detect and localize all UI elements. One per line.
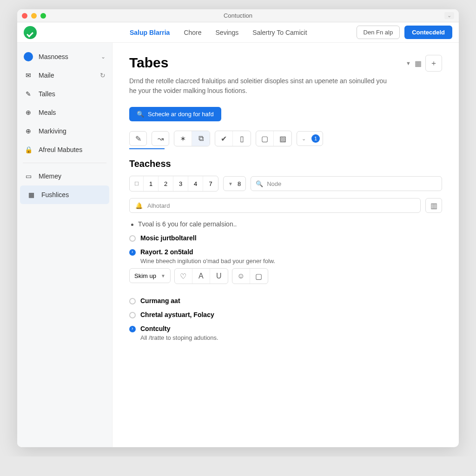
globe-icon: ⊕	[24, 126, 33, 136]
help-button[interactable]: Den Fn alp	[357, 26, 400, 39]
radio-filled-icon[interactable]	[129, 326, 136, 332]
image-icon: ▢	[255, 272, 262, 281]
item-title: Contculty	[140, 325, 171, 332]
counter-badge: 1	[311, 134, 320, 143]
list-item[interactable]: Rayort. 2 on5tald	[129, 248, 442, 256]
grid-icon: ▦	[26, 190, 36, 199]
tool-counter[interactable]: ⌄ 1	[297, 131, 323, 146]
seg-7[interactable]: 7	[203, 176, 218, 191]
band-placeholder: Alhotard	[147, 202, 170, 209]
minimize-icon[interactable]	[31, 13, 37, 19]
drop-value: 8	[238, 180, 241, 187]
dropdown-caret-icon[interactable]: ▼	[406, 60, 411, 66]
tool-group-1: ✶ ⧉	[174, 131, 210, 146]
heart-icon: ♡	[180, 272, 186, 281]
connect-button[interactable]: Contecdeld	[404, 26, 452, 39]
format-label: Skim up	[134, 272, 156, 279]
tool-doc[interactable]: ▯	[233, 131, 251, 146]
tool-redo[interactable]: ↝	[152, 131, 169, 146]
mail-icon: ✉	[24, 71, 33, 80]
seg-2[interactable]: 2	[159, 176, 173, 191]
first-line-row: Tvoal is 6 you for cale pernalsion..	[129, 220, 442, 228]
fmt-text[interactable]: A	[192, 269, 210, 284]
format-dropdown[interactable]: Skim up ▼	[129, 268, 171, 283]
reload-icon[interactable]: ↻	[100, 72, 106, 79]
fmt-heart[interactable]: ♡	[175, 269, 192, 284]
search-icon: 🔍	[256, 180, 263, 187]
tab-sevings[interactable]: Sevings	[216, 29, 239, 36]
node-search-input[interactable]: 🔍 Node	[251, 176, 442, 191]
divider	[23, 163, 106, 163]
sidebar-item-afreul[interactable]: 🔒 Afreul Mabutes	[17, 140, 112, 159]
pencil-icon: ✎	[24, 89, 33, 99]
seg-1[interactable]: 1	[144, 176, 159, 191]
radio-icon[interactable]	[129, 312, 136, 318]
underline-icon: U	[216, 272, 222, 280]
sidebar-item-label: Talles	[39, 90, 55, 98]
add-button[interactable]: ＋	[425, 55, 442, 72]
sidebar-item-fushlices[interactable]: ▦ Fushlices	[20, 185, 109, 204]
chevron-down-icon: ▼	[228, 181, 233, 186]
sidebar-item-meals[interactable]: ⊕ Meals	[17, 103, 112, 122]
sidebar-item-label: Meals	[39, 109, 56, 116]
tool-check[interactable]: ✔	[215, 131, 233, 146]
list-item[interactable]: Contculty	[129, 325, 442, 332]
radio-icon[interactable]	[129, 298, 136, 304]
open-icon: ⧉	[198, 134, 204, 143]
lock-icon: 🔒	[24, 145, 33, 154]
spark-icon: ✶	[180, 134, 186, 143]
first-line: Tvoal is 6 you for cale pernalsion..	[138, 220, 237, 228]
item-title: Rayort. 2 on5tald	[140, 248, 193, 256]
tool-spark[interactable]: ✶	[174, 131, 192, 146]
chart-button[interactable]: ▥	[425, 198, 442, 213]
seg-checkbox[interactable]: ☐	[130, 176, 144, 191]
radio-filled-icon[interactable]	[129, 249, 136, 256]
item-title: Curmang aat	[140, 297, 180, 304]
tab-indicator	[129, 148, 165, 149]
bar-chart-icon: ▥	[430, 201, 437, 210]
sidebar: Masnoess ⌄ ✉ Maile ↻ ✎ Talles ⊕ Meals ⊕ …	[17, 43, 112, 447]
sidebar-item-markiving[interactable]: ⊕ Markiving	[17, 122, 112, 140]
radio-icon[interactable]	[129, 235, 136, 242]
sidebar-item-talles[interactable]: ✎ Talles	[17, 85, 112, 103]
search-pill-label: Schecle ar dong for hafd	[148, 111, 214, 118]
tool-group-3: ▢ ▨	[256, 131, 292, 146]
sidebar-item-label: Afreul Mabutes	[39, 146, 82, 153]
filter-band[interactable]: 🔔 Alhotard	[129, 198, 421, 213]
search-icon: 🔍	[137, 111, 144, 118]
fmt-image[interactable]: ▢	[250, 269, 268, 284]
fmt-emoji[interactable]: ☺	[232, 269, 250, 284]
tab-salup[interactable]: Salup Blarria	[130, 29, 170, 36]
list-item[interactable]: Chretal aystuart, Folacy	[129, 311, 442, 318]
tool-image[interactable]: ▨	[274, 131, 291, 146]
item-sub: All /tratte to stoping adutions.	[140, 334, 442, 341]
tab-salertry[interactable]: Salertry To Camicit	[252, 29, 307, 36]
item-list: Mosic jurtboltarell Rayort. 2 on5tald Wi…	[129, 234, 442, 345]
window-title: Contuction	[224, 12, 252, 19]
chevron-down-icon: ⌄	[101, 53, 106, 60]
sidebar-item-mlemey[interactable]: ▭ Mlemey	[17, 167, 112, 185]
primary-search-button[interactable]: 🔍 Schecle ar dong for hafd	[129, 107, 221, 121]
sidebar-item-maile[interactable]: ✉ Maile ↻	[17, 66, 112, 85]
list-item[interactable]: Mosic jurtboltarell	[129, 234, 442, 242]
bell-icon: 🔔	[135, 202, 143, 209]
close-icon[interactable]	[22, 13, 27, 19]
sidebar-item-label: Fushlices	[41, 191, 69, 198]
tool-open[interactable]: ⧉	[192, 131, 210, 146]
app-logo-icon[interactable]	[24, 26, 37, 39]
grid-view-icon[interactable]: ▦	[415, 59, 422, 68]
tool-calendar[interactable]: ▢	[256, 131, 274, 146]
sidebar-user[interactable]: Masnoess ⌄	[17, 47, 112, 66]
zoom-icon[interactable]	[40, 13, 46, 19]
window-badge[interactable]: ⌄	[444, 12, 454, 19]
page-size-dropdown[interactable]: ▼ 8	[223, 176, 246, 191]
chevron-down-icon: ▼	[161, 273, 165, 278]
fmt-underline[interactable]: U	[210, 269, 228, 284]
seg-3[interactable]: 3	[173, 176, 188, 191]
node-placeholder: Node	[267, 180, 281, 187]
plus-icon: ＋	[430, 59, 437, 68]
list-item[interactable]: Curmang aat	[129, 297, 442, 304]
seg-4[interactable]: 4	[188, 176, 203, 191]
tab-chore[interactable]: Chore	[184, 29, 201, 36]
tool-edit[interactable]: ✎	[129, 131, 147, 146]
